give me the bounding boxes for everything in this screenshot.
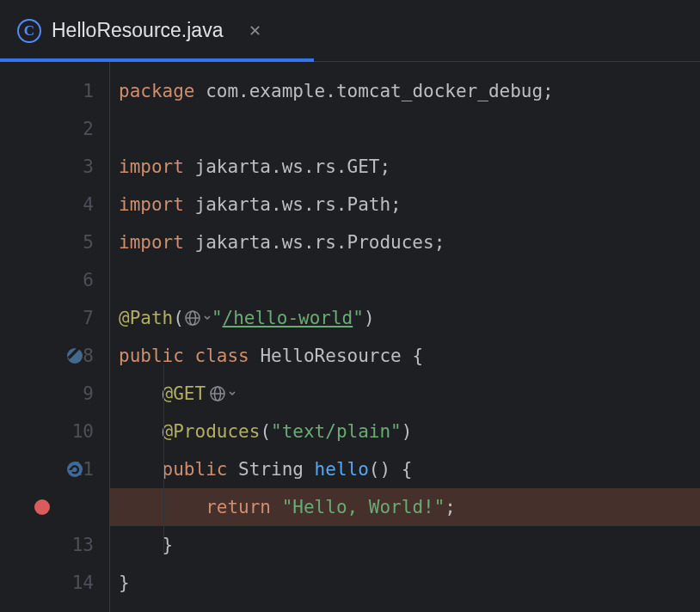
recursive-method-icon[interactable] — [65, 460, 84, 479]
gutter-row[interactable]: 13 — [0, 526, 109, 564]
code-line[interactable]: } — [110, 564, 700, 602]
gutter-row[interactable]: 11 — [0, 450, 109, 488]
code-line-breakpoint[interactable]: return "Hello, World!"; — [110, 488, 700, 526]
gutter-row[interactable]: 3 — [0, 148, 109, 186]
url-mapping-icon[interactable] — [209, 384, 236, 403]
code-line[interactable] — [110, 261, 700, 299]
no-entry-icon[interactable] — [65, 346, 84, 365]
code-line[interactable]: public String hello() { — [110, 450, 700, 488]
gutter-row[interactable]: 4 — [0, 186, 109, 223]
file-tab[interactable]: C HelloResource.java ✕ — [0, 0, 279, 61]
chevron-down-icon — [203, 314, 212, 322]
gutter[interactable]: 1 2 3 4 5 6 7 8 9 10 11 13 14 — [0, 62, 110, 612]
breakpoint-icon[interactable] — [33, 498, 52, 517]
code-line[interactable]: @Path("/hello-world") — [110, 299, 700, 337]
close-tab-button[interactable]: ✕ — [249, 21, 261, 40]
chevron-down-icon — [228, 389, 236, 398]
gutter-row[interactable] — [0, 488, 109, 526]
editor: 1 2 3 4 5 6 7 8 9 10 11 13 14 p — [0, 62, 700, 612]
code-line[interactable]: @Produces("text/plain") — [110, 413, 700, 450]
code-line[interactable] — [110, 110, 700, 148]
gutter-row[interactable]: 14 — [0, 564, 109, 602]
code-line[interactable]: @GET — [110, 375, 700, 413]
class-file-icon: C — [17, 19, 41, 43]
code-line[interactable]: package com.example.tomcat_docker_debug; — [110, 72, 700, 110]
gutter-row[interactable]: 10 — [0, 413, 109, 450]
code-line[interactable]: } — [110, 526, 700, 564]
code-line[interactable]: public class HelloResource { — [110, 337, 700, 375]
gutter-row[interactable]: 1 — [0, 72, 109, 110]
code-line[interactable]: import jakarta.ws.rs.Produces; — [110, 223, 700, 261]
code-line[interactable]: import jakarta.ws.rs.Path; — [110, 186, 700, 223]
code-area[interactable]: package com.example.tomcat_docker_debug;… — [110, 62, 700, 612]
gutter-row[interactable]: 6 — [0, 261, 109, 299]
gutter-row[interactable]: 2 — [0, 110, 109, 148]
gutter-row[interactable]: 8 — [0, 337, 109, 375]
code-line[interactable]: import jakarta.ws.rs.GET; — [110, 148, 700, 186]
gutter-row[interactable]: 5 — [0, 223, 109, 261]
indent-guide — [163, 364, 164, 554]
gutter-row[interactable]: 9 — [0, 375, 109, 413]
tab-title: HelloResource.java — [52, 19, 223, 42]
tab-bar: C HelloResource.java ✕ — [0, 0, 700, 62]
url-mapping-icon[interactable] — [184, 309, 212, 327]
gutter-row[interactable]: 7 — [0, 299, 109, 337]
